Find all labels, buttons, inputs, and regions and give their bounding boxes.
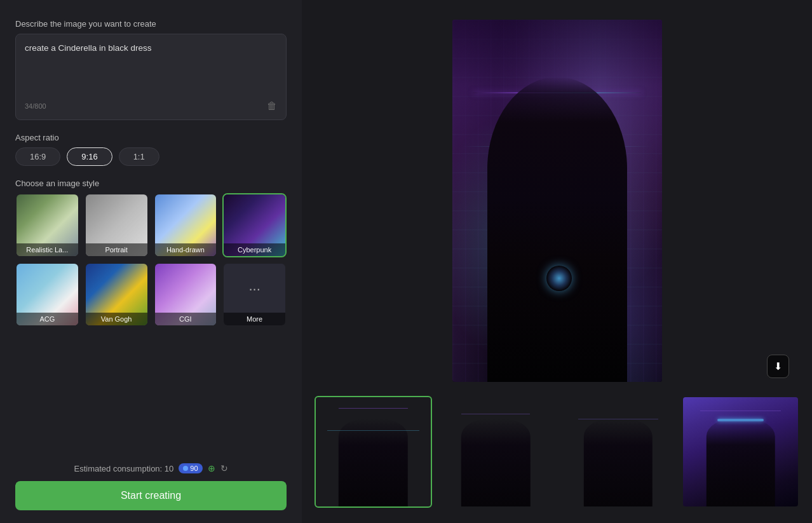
style-label-vangogh: Van Gogh bbox=[86, 313, 147, 325]
prompt-input[interactable] bbox=[25, 42, 277, 93]
aspect-1-1[interactable]: 1:1 bbox=[119, 147, 159, 166]
figure-silhouette bbox=[487, 77, 627, 382]
thumb-figure-1 bbox=[339, 419, 407, 506]
style-label: Choose an image style bbox=[15, 179, 287, 188]
style-label-handdrawn: Hand-drawn bbox=[155, 243, 217, 256]
thumb-figure-4 bbox=[706, 419, 775, 506]
aspect-9-16[interactable]: 9:16 bbox=[67, 147, 112, 166]
style-label-cgi: CGI bbox=[155, 313, 217, 325]
prompt-area: 34/800 🗑 bbox=[15, 34, 287, 120]
main-image-container: ⬇ bbox=[315, 13, 799, 388]
credits-value: 90 bbox=[190, 465, 198, 472]
style-cyberpunk[interactable]: Cyberpunk bbox=[222, 193, 287, 257]
style-realistic[interactable]: Realistic La... bbox=[15, 193, 79, 257]
right-panel: ⬇ bbox=[302, 0, 812, 523]
style-portrait[interactable]: Portrait bbox=[85, 193, 149, 257]
style-label-acg: ACG bbox=[17, 313, 78, 325]
thumb-figure-2 bbox=[461, 419, 530, 506]
thumbnail-1[interactable] bbox=[315, 396, 432, 508]
style-label-realistic: Realistic La... bbox=[17, 243, 78, 256]
thumbnail-3[interactable] bbox=[560, 396, 677, 508]
trash-icon[interactable]: 🗑 bbox=[267, 100, 277, 112]
main-image bbox=[452, 20, 662, 382]
prompt-label: Describe the image you want to create bbox=[15, 19, 287, 29]
aspect-ratio-label: Aspect ratio bbox=[15, 133, 287, 142]
style-acg[interactable]: ACG bbox=[15, 262, 79, 327]
download-button[interactable]: ⬇ bbox=[767, 355, 789, 378]
thumb-inner-2 bbox=[438, 397, 553, 506]
thumbnail-4[interactable] bbox=[682, 396, 799, 508]
style-section: Choose an image style Realistic La... Po… bbox=[15, 179, 287, 327]
thumb-figure-3 bbox=[584, 419, 653, 506]
glowing-orb bbox=[546, 266, 572, 291]
add-credits-icon[interactable]: ⊕ bbox=[208, 463, 215, 473]
left-panel: Describe the image you want to create 34… bbox=[0, 0, 302, 523]
style-label-cyberpunk: Cyberpunk bbox=[224, 243, 285, 256]
aspect-16-9[interactable]: 16:9 bbox=[15, 147, 60, 166]
thumbnail-strip bbox=[315, 396, 799, 510]
style-handdrawn[interactable]: Hand-drawn bbox=[154, 193, 218, 257]
ai-badge: 90 bbox=[179, 463, 202, 473]
consumption-text: Estimated consumption: 10 bbox=[74, 464, 173, 473]
style-label-more: More bbox=[224, 313, 285, 325]
consumption-row: Estimated consumption: 10 90 ⊕ ↻ bbox=[15, 463, 287, 473]
refresh-icon[interactable]: ↻ bbox=[220, 463, 228, 473]
aspect-ratio-section: Aspect ratio 16:9 9:16 1:1 bbox=[15, 133, 287, 166]
thumb-inner-4 bbox=[683, 397, 798, 506]
more-dots-icon: ··· bbox=[248, 282, 260, 296]
bottom-section: Estimated consumption: 10 90 ⊕ ↻ Start c… bbox=[15, 463, 287, 510]
ai-dot-icon bbox=[183, 466, 188, 471]
thumbnail-2[interactable] bbox=[437, 396, 555, 508]
style-grid: Realistic La... Portrait Hand-drawn Cybe… bbox=[15, 193, 287, 327]
start-creating-button[interactable]: Start creating bbox=[15, 481, 287, 510]
thumb-inner-3 bbox=[561, 397, 676, 506]
aspect-buttons: 16:9 9:16 1:1 bbox=[15, 147, 287, 166]
style-more[interactable]: ··· More bbox=[222, 262, 287, 327]
prompt-section: Describe the image you want to create 34… bbox=[15, 19, 287, 120]
style-label-portrait: Portrait bbox=[86, 243, 147, 256]
thumb-inner-1 bbox=[316, 397, 431, 506]
style-cgi[interactable]: CGI bbox=[154, 262, 218, 327]
style-vangogh[interactable]: Van Gogh bbox=[85, 262, 149, 327]
glasses-glow bbox=[717, 419, 763, 421]
char-count: 34/800 bbox=[25, 102, 46, 110]
